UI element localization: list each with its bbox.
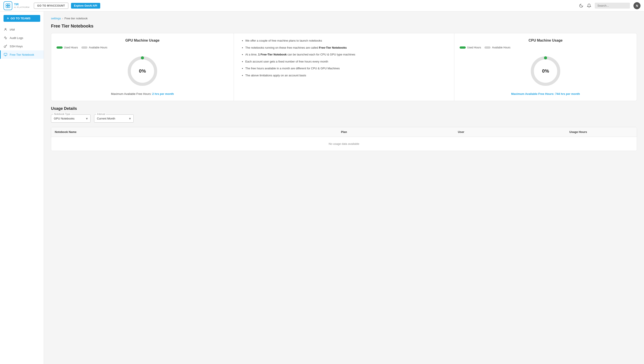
svg-rect-1: [8, 4, 10, 6]
free-tier-icon: [4, 53, 8, 57]
col-user: User: [402, 127, 520, 137]
filters-row: Notebook Type GPU Notebooks CPU Notebook…: [51, 114, 637, 123]
gpu-machine-card: GPU Machine Usage Used Hours Available H…: [51, 33, 234, 101]
cpu-max-hours: Maximum Available Free Hours: 744 hrs pe…: [460, 92, 632, 96]
svg-rect-6: [4, 53, 7, 55]
gpu-legend-avail: Available Hours: [81, 46, 107, 49]
interval-filter: Interval Current Month Last Month Last 3…: [94, 114, 134, 123]
table-header: Notebook Name Plan User Usage Hours: [51, 127, 637, 137]
gpu-legend-used: Used Hours: [56, 46, 78, 49]
explore-genai-button[interactable]: Explore GenAI API: [71, 3, 100, 9]
sidebar-item-free-tier-notebook[interactable]: Free Tier Notebook: [0, 50, 44, 59]
usage-table: Notebook Name Plan User Usage Hours No u…: [51, 127, 637, 151]
cpu-legend: Used Hours Available Hours: [460, 46, 632, 49]
cpu-legend-used: Used Hours: [460, 46, 481, 49]
breadcrumb-parent[interactable]: settings: [51, 17, 61, 20]
gpu-used-dot: [56, 46, 63, 49]
info-item-5: The free hours available in a month are …: [245, 66, 447, 71]
sidebar-item-ssh-keys[interactable]: SSH Keys: [0, 42, 44, 50]
breadcrumb: settings › Free tier notebook: [51, 17, 637, 20]
gpu-legend: Used Hours Available Hours: [56, 46, 228, 49]
cpu-donut-chart: 0%: [528, 54, 563, 89]
notifications-button[interactable]: [587, 4, 591, 8]
sidebar-item-audit-logs[interactable]: Audit Logs: [0, 34, 44, 42]
cpu-percentage: 0%: [542, 68, 549, 74]
logo-icon: [4, 1, 12, 10]
svg-rect-3: [8, 6, 10, 8]
svg-point-4: [5, 28, 6, 30]
page-title: Free Tier Notebooks: [51, 24, 637, 29]
breadcrumb-separator: ›: [62, 17, 63, 20]
header: TIR AI PLATFORM GO TO MYACCOUNT Explore …: [0, 0, 644, 12]
logo-area: TIR AI PLATFORM: [4, 1, 30, 10]
interval-label: Interval: [96, 113, 106, 115]
layout: GO TO TEAMS IAM Audit Logs SSH Keys Free: [0, 12, 644, 364]
iam-icon: [4, 28, 8, 32]
cpu-max-value: 744 hrs per month: [555, 92, 580, 96]
svg-point-5: [4, 46, 6, 48]
col-notebook-name: Notebook Name: [51, 127, 286, 137]
col-plan: Plan: [286, 127, 403, 137]
sidebar-item-iam[interactable]: IAM: [0, 25, 44, 34]
gpu-card-title: GPU Machine Usage: [56, 39, 228, 43]
notebook-type-label: Notebook Type: [53, 113, 71, 115]
interval-select[interactable]: Current Month Last Month Last 3 Months: [94, 114, 134, 123]
gpu-avail-dot: [81, 46, 88, 49]
info-item-3: At a time, 1 Free-Tier Notebook can be l…: [245, 52, 447, 57]
gpu-percentage: 0%: [139, 68, 146, 74]
logo-sub: AI PLATFORM: [14, 6, 30, 8]
cpu-legend-avail: Available Hours: [484, 46, 510, 49]
gpu-max-hours: Maximum Available Free Hours: 2 hrs per …: [56, 92, 228, 96]
usage-details-title: Usage Details: [51, 106, 637, 111]
cpu-donut-wrap: 0%: [460, 54, 632, 89]
info-panel: We offer a couple of free machine plans …: [234, 33, 454, 101]
table-empty-message: No usage data available: [51, 137, 637, 151]
svg-rect-0: [6, 4, 8, 6]
cpu-card-title: CPU Machine Usage: [460, 39, 632, 43]
usage-details-section: Usage Details Notebook Type GPU Notebook…: [51, 106, 637, 151]
audit-logs-icon: [4, 36, 8, 40]
gpu-donut-chart: 0%: [125, 54, 160, 89]
avatar[interactable]: N: [634, 2, 640, 9]
info-item-4: Each account user gets a fixed number of…: [245, 59, 447, 64]
sidebar: GO TO TEAMS IAM Audit Logs SSH Keys Free: [0, 12, 44, 364]
main-content: settings › Free tier notebook Free Tier …: [44, 12, 644, 364]
svg-rect-2: [6, 6, 8, 8]
go-to-teams-button[interactable]: GO TO TEAMS: [4, 15, 40, 22]
search-input[interactable]: [595, 3, 630, 9]
info-item-1: We offer a couple of free machine plans …: [245, 39, 447, 43]
dark-mode-toggle[interactable]: [579, 4, 583, 8]
gpu-donut-wrap: 0%: [56, 54, 228, 89]
go-to-myaccount-button[interactable]: GO TO MYACCOUNT: [34, 3, 68, 9]
col-usage-hours: Usage Hours: [520, 127, 637, 137]
info-item-2: The notebooks running on these free mach…: [245, 46, 447, 50]
breadcrumb-current: Free tier notebook: [64, 17, 88, 20]
machine-cards-row: GPU Machine Usage Used Hours Available H…: [51, 33, 637, 101]
info-item-6: The above limitations apply on an accoun…: [245, 73, 447, 78]
ssh-keys-icon: [4, 44, 8, 48]
notebook-type-select[interactable]: GPU Notebooks CPU Notebooks: [51, 114, 90, 123]
logo-text: TIR: [14, 3, 30, 6]
cpu-machine-card: CPU Machine Usage Used Hours Available H…: [454, 33, 637, 101]
info-list: We offer a couple of free machine plans …: [241, 39, 447, 77]
cpu-avail-dot: [484, 46, 490, 49]
notebook-type-filter: Notebook Type GPU Notebooks CPU Notebook…: [51, 114, 90, 123]
cpu-used-dot: [460, 46, 466, 49]
